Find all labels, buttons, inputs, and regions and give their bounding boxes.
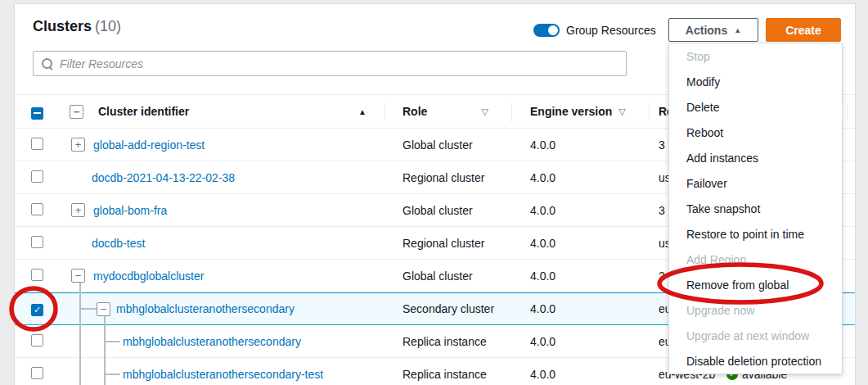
actions-button-label: Actions [686,24,727,37]
cluster-count: (10) [95,18,121,34]
collapse-all-icon[interactable]: − [70,105,83,119]
cluster-identifier-link[interactable]: mydocdbglobalcluster [93,270,204,283]
role-cell: Replica instance [385,358,511,385]
expander-icon[interactable]: + [71,138,85,152]
role-cell: Secondary cluster [385,293,511,324]
group-resources-toggle[interactable] [533,24,560,37]
engine-version-cell: 4.0.0 [511,293,649,324]
menu-item-restore-to-point-in-time[interactable]: Restore to point in time [669,221,842,247]
header-role[interactable]: Role [403,105,427,118]
menu-item-take-snapshot[interactable]: Take snapshot [669,196,842,221]
row-checkbox[interactable] [31,170,43,183]
row-checkbox[interactable] [31,334,43,346]
engine-filter-icon[interactable]: ▽ [618,106,625,117]
role-cell: Regional cluster [385,227,511,259]
menu-item-upgrade-now[interactable]: Upgrade now [669,297,842,323]
menu-item-add-instances[interactable]: Add instances [669,145,842,170]
engine-version-cell: 4.0.0 [511,260,649,292]
group-resources-label: Group Resources [566,24,656,37]
cluster-identifier-link[interactable]: mbhglobalclusteranothersecondary-test [123,368,323,381]
menu-item-reboot[interactable]: Reboot [669,120,842,145]
chevron-up-icon: ▲ [734,26,741,34]
sort-ascending-icon[interactable]: ▲ [358,107,367,116]
cluster-identifier-link[interactable]: global-bom-fra [93,204,167,217]
header-cluster-identifier[interactable]: Cluster identifier [98,105,189,118]
toggle-knob [548,25,558,35]
column-divider [847,102,848,122]
header-engine-version[interactable]: Engine version [530,105,612,118]
role-cell: Regional cluster [385,161,511,193]
actions-button[interactable]: Actions ▲ [668,18,758,42]
menu-item-add-region[interactable]: Add Region [669,247,842,272]
engine-version-cell: 4.0.0 [511,227,649,259]
engine-version-cell: 4.0.0 [511,161,649,193]
cluster-identifier-link[interactable]: docdb-2021-04-13-22-02-38 [92,171,235,184]
menu-item-upgrade-at-next-window[interactable]: Upgrade at next window [669,323,842,348]
create-button-label: Create [785,24,821,37]
docdb-clusters-screen: Clusters(10) Group Resources Actions ▲ C… [0,0,868,385]
menu-item-stop[interactable]: Stop [669,43,842,69]
menu-item-delete[interactable]: Delete [669,94,842,120]
row-checkbox[interactable] [31,304,43,316]
cluster-identifier-link[interactable]: mbhglobalclusteranothersecondary [123,335,301,348]
filter-input[interactable] [60,57,618,70]
row-checkbox[interactable] [31,269,43,281]
engine-version-cell: 4.0.0 [511,358,649,385]
column-divider [511,102,512,122]
engine-version-cell: 4.0.0 [511,325,649,357]
role-cell: Replica instance [385,325,511,357]
select-all-checkbox[interactable] [31,107,43,120]
row-checkbox[interactable] [31,367,43,379]
role-filter-icon[interactable]: ▽ [482,106,488,117]
cluster-identifier-link[interactable]: mbhglobalclusteranothersecondary [116,302,295,315]
menu-item-failover[interactable]: Failover [669,170,842,196]
menu-item-remove-from-global[interactable]: Remove from global [669,272,842,297]
expander-icon[interactable]: + [71,203,85,217]
actions-dropdown-menu: StopModifyDeleteRebootAdd instancesFailo… [668,43,843,374]
row-checkbox[interactable] [31,203,43,215]
column-divider [385,102,385,122]
filter-box [33,51,627,76]
expander-icon[interactable]: − [97,302,110,316]
engine-version-cell: 4.0.0 [511,129,649,161]
role-cell: Global cluster [385,260,511,292]
create-button[interactable]: Create [766,18,841,42]
expander-icon[interactable]: − [71,269,85,283]
panel-title-text: Clusters [33,18,92,34]
row-checkbox[interactable] [31,236,43,248]
menu-item-modify[interactable]: Modify [669,69,842,94]
cluster-identifier-link[interactable]: global-add-region-test [93,138,205,152]
cluster-identifier-link[interactable]: docdb-test [92,237,145,250]
menu-item-disable-deletion-protection[interactable]: Disable deletion protection [669,348,842,374]
page-title: Clusters(10) [33,18,121,35]
search-icon [42,58,53,70]
column-divider [649,102,650,122]
role-cell: Global cluster [385,129,511,161]
role-cell: Global cluster [385,194,511,226]
engine-version-cell: 4.0.0 [511,194,649,226]
row-checkbox[interactable] [31,138,43,150]
